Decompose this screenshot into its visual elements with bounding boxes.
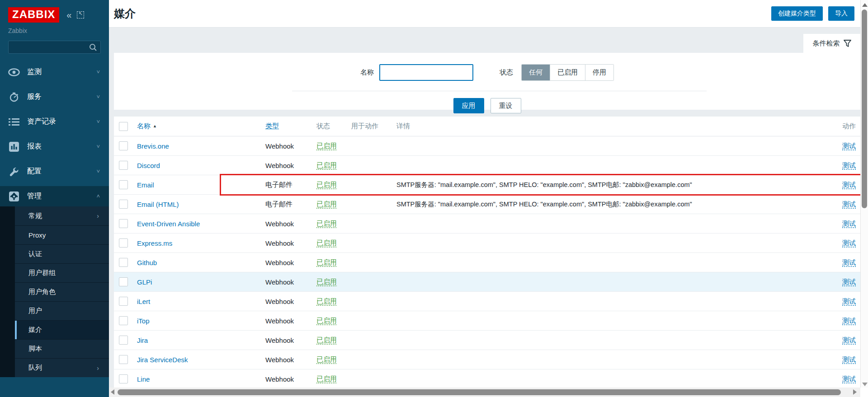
media-type-name-link[interactable]: Jira xyxy=(137,336,148,344)
status-option-disabled[interactable]: 停用 xyxy=(585,65,613,80)
media-type-name-link[interactable]: iLert xyxy=(137,298,150,305)
column-header-status: 状态 xyxy=(316,122,330,130)
sidebar-item-queue[interactable]: 队列 › xyxy=(15,358,109,377)
column-header-type[interactable]: 类型 xyxy=(265,122,279,130)
sidebar-item-services[interactable]: 服务 ˅ xyxy=(0,87,109,107)
row-checkbox[interactable] xyxy=(119,258,128,267)
import-button[interactable]: 导入 xyxy=(828,6,854,21)
test-action-link[interactable]: 测试 xyxy=(842,278,856,285)
horizontal-scrollbar[interactable] xyxy=(109,388,860,397)
row-checkbox[interactable] xyxy=(119,355,128,364)
test-action-link[interactable]: 测试 xyxy=(842,200,856,208)
row-checkbox[interactable] xyxy=(119,141,128,150)
status-enabled-link[interactable]: 已启用 xyxy=(316,278,337,285)
test-action-link[interactable]: 测试 xyxy=(842,220,856,227)
test-action-link[interactable]: 测试 xyxy=(842,375,856,383)
sidebar-item-monitoring[interactable]: 监测 ˅ xyxy=(0,62,109,82)
status-enabled-link[interactable]: 已启用 xyxy=(316,297,337,305)
sidebar-search[interactable] xyxy=(8,41,101,54)
media-type-name-link[interactable]: Email xyxy=(137,181,154,189)
row-checkbox[interactable] xyxy=(119,374,128,383)
test-action-link[interactable]: 测试 xyxy=(842,317,856,324)
test-action-link[interactable]: 测试 xyxy=(842,142,856,149)
media-type-table: 名称▲ 类型 状态 用于动作 详情 动作 Brevis.one Webhook … xyxy=(114,117,860,388)
sidebar-item-user-roles[interactable]: 用户角色 xyxy=(15,282,109,301)
status-enabled-link[interactable]: 已启用 xyxy=(316,220,337,227)
scroll-down-icon[interactable] xyxy=(862,383,868,386)
vertical-scroll-thumb[interactable] xyxy=(862,9,867,208)
media-type-name-link[interactable]: Event-Driven Ansible xyxy=(137,220,200,228)
status-enabled-link[interactable]: 已启用 xyxy=(316,317,337,324)
test-action-link[interactable]: 测试 xyxy=(842,355,856,363)
table-row: iLert Webhook 已启用 测试 xyxy=(114,292,860,311)
search-input[interactable] xyxy=(9,41,100,53)
horizontal-scroll-thumb[interactable] xyxy=(118,389,841,395)
expand-window-icon[interactable] xyxy=(77,11,84,19)
select-all-checkbox[interactable] xyxy=(119,122,128,131)
list-icon xyxy=(8,118,20,126)
sidebar-item-configuration[interactable]: 配置 ˅ xyxy=(0,161,109,182)
chevron-right-icon: › xyxy=(97,212,99,220)
test-action-link[interactable]: 测试 xyxy=(842,161,856,169)
test-action-link[interactable]: 测试 xyxy=(842,181,856,188)
chevron-down-icon: ˅ xyxy=(96,143,100,150)
row-checkbox[interactable] xyxy=(119,238,128,248)
status-enabled-link[interactable]: 已启用 xyxy=(316,200,337,208)
row-checkbox[interactable] xyxy=(119,200,128,209)
vertical-scrollbar[interactable] xyxy=(860,0,868,397)
sidebar-item-media-types[interactable]: 媒介 xyxy=(15,320,109,339)
media-type-name-link[interactable]: Express.ms xyxy=(137,239,172,247)
sidebar-item-reports[interactable]: 报表 ˅ xyxy=(0,136,109,157)
media-type-name-link[interactable]: Jira ServiceDesk xyxy=(137,356,188,364)
sidebar-item-scripts[interactable]: 脚本 xyxy=(15,339,109,358)
media-type-name-link[interactable]: Github xyxy=(137,259,157,266)
test-action-link[interactable]: 测试 xyxy=(842,239,856,247)
apply-button[interactable]: 应用 xyxy=(453,98,484,113)
test-action-link[interactable]: 测试 xyxy=(842,297,856,305)
media-type-name-link[interactable]: Brevis.one xyxy=(137,142,169,150)
collapse-sidebar-icon[interactable]: « xyxy=(66,10,71,19)
sidebar-item-authentication[interactable]: 认证 xyxy=(15,244,109,263)
status-option-enabled[interactable]: 已启用 xyxy=(550,65,585,80)
reset-button[interactable]: 重设 xyxy=(491,98,521,113)
filter-tab[interactable]: 条件检索 xyxy=(803,34,860,53)
status-enabled-link[interactable]: 已启用 xyxy=(316,375,337,383)
status-enabled-link[interactable]: 已启用 xyxy=(316,142,337,149)
status-option-any[interactable]: 任何 xyxy=(522,65,550,80)
row-checkbox[interactable] xyxy=(119,316,128,325)
status-enabled-link[interactable]: 已启用 xyxy=(316,161,337,169)
zabbix-logo[interactable]: ZABBIX xyxy=(8,7,59,23)
test-action-link[interactable]: 测试 xyxy=(842,336,856,344)
media-type-name-link[interactable]: Line xyxy=(137,375,150,383)
scroll-up-icon[interactable] xyxy=(862,3,868,7)
create-media-type-button[interactable]: 创建媒介类型 xyxy=(771,6,823,21)
sort-asc-icon: ▲ xyxy=(153,124,157,128)
sidebar-item-users[interactable]: 用户 xyxy=(15,301,109,320)
scroll-right-icon[interactable] xyxy=(853,389,857,395)
row-checkbox[interactable] xyxy=(119,161,128,170)
status-enabled-link[interactable]: 已启用 xyxy=(316,355,337,363)
scroll-left-icon[interactable] xyxy=(111,389,114,395)
media-type-name-link[interactable]: Discord xyxy=(137,162,160,169)
sidebar-item-user-groups[interactable]: 用户群组 xyxy=(15,263,109,282)
sidebar-item-proxy[interactable]: Proxy xyxy=(15,225,109,244)
status-enabled-link[interactable]: 已启用 xyxy=(316,239,337,247)
row-checkbox[interactable] xyxy=(119,297,128,306)
media-type-name-link[interactable]: GLPi xyxy=(137,278,152,286)
sidebar-item-administration[interactable]: 管理 ˄ xyxy=(0,186,109,206)
row-checkbox[interactable] xyxy=(119,219,128,228)
column-header-name[interactable]: 名称 xyxy=(137,122,151,130)
test-action-link[interactable]: 测试 xyxy=(842,258,856,266)
status-enabled-link[interactable]: 已启用 xyxy=(316,336,337,344)
row-checkbox[interactable] xyxy=(119,180,128,189)
media-type-name-link[interactable]: iTop xyxy=(137,317,150,325)
status-enabled-link[interactable]: 已启用 xyxy=(316,181,337,188)
media-type-name-link[interactable]: Email (HTML) xyxy=(137,201,179,208)
name-filter-input[interactable] xyxy=(379,64,473,81)
search-icon[interactable] xyxy=(89,43,97,51)
row-checkbox[interactable] xyxy=(119,277,128,286)
sidebar-item-general[interactable]: 常规 › xyxy=(15,206,109,225)
status-enabled-link[interactable]: 已启用 xyxy=(316,258,337,266)
row-checkbox[interactable] xyxy=(119,336,128,345)
sidebar-item-inventory[interactable]: 资产记录 ˅ xyxy=(0,112,109,132)
